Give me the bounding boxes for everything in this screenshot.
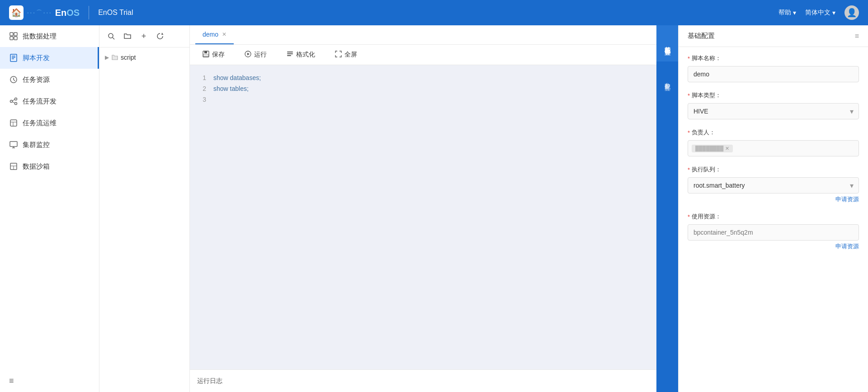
- sidebar-item-task-flow[interactable]: 任务流开发: [0, 90, 99, 112]
- batch-icon: [9, 32, 18, 41]
- enos-logo-text: ···⌒··· EnOS: [27, 8, 80, 18]
- svg-point-9: [10, 100, 13, 103]
- svg-rect-2: [10, 37, 13, 40]
- svg-line-13: [13, 102, 15, 103]
- right-panel-tabs: 基础配置 参数配置: [656, 25, 678, 392]
- nav-divider: [89, 6, 89, 19]
- svg-rect-32: [287, 55, 291, 56]
- owner-field: * 负责人： ████████ ✕: [688, 128, 859, 156]
- svg-rect-31: [287, 53, 293, 54]
- editor-tab-demo[interactable]: demo ✕: [195, 25, 234, 44]
- editor-toolbar: 保存 运行 格式化: [190, 45, 656, 65]
- svg-point-10: [15, 98, 17, 100]
- svg-rect-30: [287, 52, 293, 52]
- sidebar-item-task-flow-label: 任务流开发: [23, 97, 57, 106]
- fullscreen-label: 全屏: [344, 51, 357, 59]
- task-resource-icon: [9, 75, 18, 84]
- owner-label: * 负责人：: [688, 128, 859, 137]
- svg-rect-3: [14, 37, 17, 40]
- queue-apply-link[interactable]: 申请资源: [688, 195, 859, 203]
- resource-apply-link[interactable]: 申请资源: [688, 242, 859, 250]
- owner-tag-remove[interactable]: ✕: [725, 146, 729, 151]
- sidebar: 批数据处理 脚本开发 任务资源: [0, 25, 99, 392]
- tab-param-config[interactable]: 参数配置: [656, 61, 678, 98]
- code-line-2: 2 show tables;: [197, 83, 649, 94]
- help-menu[interactable]: 帮助 ▾: [778, 9, 796, 17]
- refresh-btn[interactable]: [154, 30, 166, 43]
- save-button[interactable]: 保存: [197, 48, 230, 61]
- file-toolbar: +: [99, 25, 189, 47]
- script-name-label: * 脚本名称：: [688, 54, 859, 62]
- code-text-1: show databases;: [213, 72, 261, 83]
- folder-icon: [112, 54, 118, 61]
- sidebar-item-batch-label: 批数据处理: [23, 32, 57, 41]
- script-name-field: * 脚本名称：: [688, 54, 859, 82]
- sidebar-item-script[interactable]: 脚本开发: [0, 47, 99, 69]
- resource-input[interactable]: [688, 224, 859, 241]
- config-panel: 基础配置 ≡ * 脚本名称： * 脚本类型： HIVE: [678, 25, 868, 392]
- chevron-right-icon: ▶: [105, 54, 109, 61]
- script-type-label: * 脚本类型：: [688, 91, 859, 99]
- tab-basic-config[interactable]: 基础配置: [656, 25, 678, 61]
- resource-field: * 使用资源： 申请资源: [688, 213, 859, 250]
- task-ops-icon: [9, 118, 18, 128]
- sidebar-item-sandbox[interactable]: 数据沙箱: [0, 156, 99, 177]
- run-log-label: 运行日志: [197, 377, 222, 385]
- script-type-select[interactable]: HIVE SPARK PYTHON: [688, 103, 859, 119]
- svg-line-24: [113, 38, 114, 39]
- config-panel-title: 基础配置: [688, 32, 715, 40]
- sidebar-item-task-ops-label: 任务流运维: [23, 119, 57, 128]
- code-editor[interactable]: 1 show databases; 2 show tables; 3: [190, 65, 656, 369]
- config-panel-collapse-icon[interactable]: ≡: [855, 32, 859, 40]
- line-number-3: 3: [197, 94, 206, 105]
- svg-rect-0: [10, 33, 13, 36]
- sidebar-collapse-btn[interactable]: ≡: [0, 370, 99, 392]
- script-type-field: * 脚本类型： HIVE SPARK PYTHON ▾: [688, 91, 859, 119]
- new-folder-btn[interactable]: [121, 30, 134, 43]
- fullscreen-icon: [335, 51, 342, 59]
- sidebar-item-task-ops[interactable]: 任务流运维: [0, 112, 99, 134]
- svg-marker-29: [247, 53, 250, 56]
- user-avatar[interactable]: 👤: [844, 5, 859, 20]
- format-button[interactable]: 格式化: [281, 48, 321, 61]
- sidebar-item-sandbox-label: 数据沙箱: [23, 162, 50, 171]
- sidebar-item-batch[interactable]: 批数据处理: [0, 25, 99, 47]
- add-file-btn[interactable]: +: [137, 30, 150, 43]
- run-button[interactable]: 运行: [239, 48, 272, 61]
- sidebar-item-monitor[interactable]: 集群监控: [0, 134, 99, 156]
- config-panel-header: 基础配置 ≡: [679, 25, 868, 47]
- owner-tag-input[interactable]: ████████ ✕: [688, 140, 859, 156]
- script-type-select-wrapper: HIVE SPARK PYTHON ▾: [688, 103, 859, 119]
- sandbox-icon: [9, 162, 18, 171]
- param-config-tab-label: 参数配置: [663, 78, 671, 81]
- sidebar-item-task-resource-label: 任务资源: [23, 76, 50, 84]
- monitor-icon: [9, 140, 18, 149]
- search-btn[interactable]: [105, 30, 118, 43]
- language-menu[interactable]: 简体中文 ▾: [805, 9, 835, 17]
- line-number-1: 1: [197, 72, 206, 83]
- format-icon: [287, 51, 293, 59]
- svg-rect-26: [204, 51, 207, 53]
- svg-rect-1: [14, 33, 17, 36]
- line-number-2: 2: [197, 83, 206, 94]
- file-tree-item-script[interactable]: ▶ script: [99, 51, 189, 64]
- main-layout: 批数据处理 脚本开发 任务资源: [0, 25, 868, 392]
- fullscreen-button[interactable]: 全屏: [330, 48, 363, 61]
- run-log-bar[interactable]: 运行日志: [190, 369, 656, 392]
- svg-rect-27: [203, 54, 208, 57]
- file-explorer: + ▶ script: [99, 25, 190, 392]
- nav-title: EnOS Trial: [98, 9, 133, 17]
- tab-close-demo[interactable]: ✕: [222, 31, 226, 38]
- save-label: 保存: [212, 51, 225, 59]
- queue-label: * 执行队列：: [688, 165, 859, 174]
- script-name-input[interactable]: [688, 66, 859, 82]
- save-icon: [203, 51, 209, 59]
- sidebar-item-task-resource[interactable]: 任务资源: [0, 69, 99, 90]
- queue-select-wrapper: root.smart_battery ▾: [688, 177, 859, 194]
- format-label: 格式化: [296, 51, 315, 59]
- basic-config-tab-label: 基础配置: [663, 42, 671, 45]
- tab-label-demo: demo: [203, 31, 218, 38]
- owner-tag: ████████ ✕: [692, 145, 733, 152]
- home-icon[interactable]: 🏠: [9, 5, 24, 20]
- queue-select[interactable]: root.smart_battery: [688, 177, 859, 194]
